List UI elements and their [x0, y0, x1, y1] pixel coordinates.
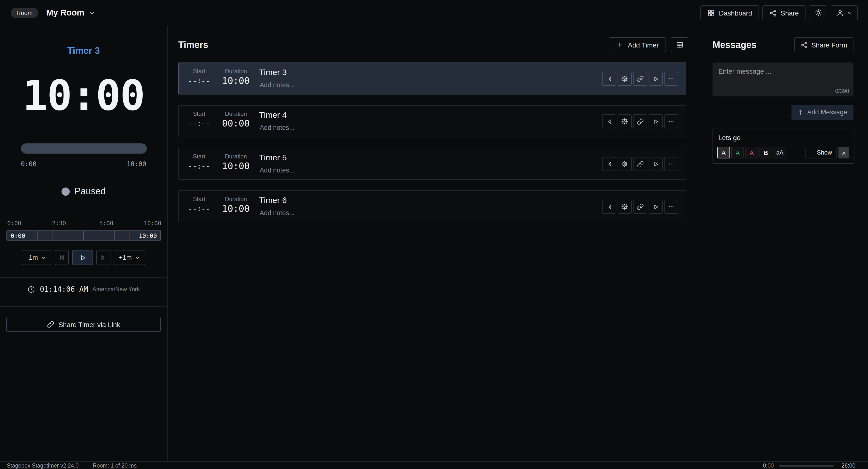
duration-value[interactable]: 10:00	[214, 75, 258, 86]
timer-name[interactable]: Timer 4	[259, 111, 287, 120]
bold-button[interactable]: B	[760, 147, 772, 158]
jump-back-button[interactable]: -1m	[22, 250, 52, 265]
account-menu-button[interactable]	[831, 5, 858, 20]
play-icon	[79, 254, 87, 261]
timer-name[interactable]: Timer 3	[259, 68, 287, 77]
copy-timer-link-button[interactable]	[633, 199, 647, 214]
tick-label: 5:00	[99, 220, 113, 227]
skip-next-button[interactable]	[97, 250, 111, 265]
elapsed-time: 0:00	[763, 463, 774, 468]
skip-previous-button[interactable]	[55, 250, 69, 265]
room-usage: Room: 1 of 20 ms	[93, 463, 137, 468]
delete-message-button[interactable]: ×	[838, 147, 849, 158]
start-timer-button[interactable]	[649, 199, 662, 214]
start-column-label: Start	[179, 153, 219, 160]
start-timer-button[interactable]	[649, 114, 662, 128]
divider	[0, 277, 167, 278]
duration-value[interactable]: 10:00	[214, 203, 258, 214]
add-message-button[interactable]: ↑ Add Message	[791, 105, 854, 120]
theme-brightness-button[interactable]	[809, 5, 827, 20]
gear-icon	[621, 75, 628, 82]
link-icon	[637, 203, 644, 210]
uppercase-button[interactable]: aA	[774, 147, 786, 158]
status-bar: Stagebox Stagetimer v2.24.0 Room: 1 of 2…	[0, 461, 868, 469]
timer-settings-button[interactable]	[618, 114, 631, 128]
timer-settings-button[interactable]	[618, 72, 631, 86]
share-button[interactable]: Share	[762, 5, 806, 20]
add-timer-button[interactable]: Add Timer	[609, 37, 666, 52]
copy-timer-link-button[interactable]	[633, 72, 647, 86]
share-form-button[interactable]: Share Form	[795, 37, 854, 52]
start-timer-button[interactable]	[649, 157, 662, 171]
skip-previous-icon	[606, 75, 613, 82]
dashboard-button[interactable]: Dashboard	[701, 5, 759, 20]
chevron-down-icon	[41, 255, 47, 260]
char-counter: 0/390	[835, 88, 849, 94]
duration-value[interactable]: 10:00	[214, 160, 258, 171]
timers-panel: Timers Add Timer Start --:-- Duration 10…	[168, 26, 702, 461]
room-chevron-down-icon[interactable]	[88, 9, 96, 17]
skip-to-timer-button[interactable]	[602, 199, 616, 214]
copy-timer-link-button[interactable]	[633, 114, 647, 128]
table-view-button[interactable]	[671, 37, 688, 52]
duration-value[interactable]: 00:00	[214, 118, 258, 128]
timer-notes[interactable]: Add notes...	[259, 167, 294, 174]
timer-countdown-display: 10:00	[0, 74, 167, 116]
ellipsis-icon	[668, 160, 675, 168]
arrow-up-icon: ↑	[798, 108, 803, 116]
top-bar: Room My Room Dashboard Share	[0, 0, 868, 26]
format-buttons: A A A B aA	[717, 147, 786, 158]
message-input[interactable]	[713, 63, 854, 96]
link-icon	[637, 75, 644, 82]
timer-row[interactable]: Start --:-- Duration 10:00 Timer 3 Add n…	[178, 63, 686, 94]
start-column-label: Start	[179, 68, 219, 74]
share-nodes-icon	[769, 9, 777, 17]
timer-settings-button[interactable]	[618, 199, 631, 214]
more-options-button[interactable]	[664, 199, 678, 214]
link-icon	[637, 118, 644, 125]
more-options-button[interactable]	[664, 72, 678, 86]
timer-row[interactable]: Start --:-- Duration 10:00 Timer 5 Add n…	[178, 148, 686, 180]
ellipsis-icon	[668, 203, 675, 210]
start-time-value[interactable]: --:--	[179, 76, 219, 85]
start-time-value[interactable]: --:--	[179, 205, 219, 213]
start-time-value[interactable]: --:--	[179, 162, 219, 170]
timer-notes[interactable]: Add notes...	[259, 124, 294, 131]
timer-notes[interactable]: Add notes...	[259, 209, 294, 217]
copy-timer-link-button[interactable]	[633, 157, 647, 171]
timer-progress-bar	[21, 144, 147, 154]
timeline-seek-bar[interactable]: 0:00 10:00	[6, 230, 161, 241]
color-red-button[interactable]: A	[745, 147, 758, 158]
color-white-button[interactable]: A	[717, 147, 730, 158]
play-button[interactable]	[72, 250, 93, 265]
skip-to-timer-button[interactable]	[602, 72, 616, 86]
user-icon	[836, 9, 844, 17]
start-time-value[interactable]: --:--	[179, 119, 219, 128]
timer-row[interactable]: Start --:-- Duration 00:00 Timer 4 Add n…	[178, 105, 686, 137]
share-timer-link-button[interactable]: Share Timer via Link	[6, 317, 161, 332]
timer-name[interactable]: Timer 5	[259, 153, 287, 163]
more-options-button[interactable]	[664, 114, 678, 128]
skip-to-timer-button[interactable]	[602, 114, 616, 128]
color-green-button[interactable]: A	[732, 147, 744, 158]
jump-forward-button[interactable]: +1m	[114, 250, 145, 265]
play-icon	[652, 118, 659, 125]
start-timer-button[interactable]	[649, 72, 662, 86]
skip-to-timer-button[interactable]	[602, 157, 616, 171]
timer-list: Start --:-- Duration 10:00 Timer 3 Add n…	[178, 63, 686, 233]
share-nodes-icon	[801, 41, 807, 48]
plus-icon	[616, 41, 623, 49]
room-name: My Room	[46, 8, 85, 18]
more-options-button[interactable]	[664, 157, 678, 171]
timer-row[interactable]: Start --:-- Duration 10:00 Timer 6 Add n…	[178, 190, 686, 222]
sun-icon	[814, 9, 822, 17]
gear-icon	[621, 160, 628, 168]
remaining-time: -26:00	[840, 463, 856, 468]
timer-notes[interactable]: Add notes...	[259, 82, 294, 89]
chevron-down-icon	[135, 255, 141, 260]
show-message-toggle[interactable]: Show	[806, 147, 837, 158]
timezone-label: America/New York	[92, 286, 140, 293]
timer-name[interactable]: Timer 6	[259, 196, 287, 206]
timer-settings-button[interactable]	[618, 157, 631, 171]
play-icon	[652, 75, 659, 82]
